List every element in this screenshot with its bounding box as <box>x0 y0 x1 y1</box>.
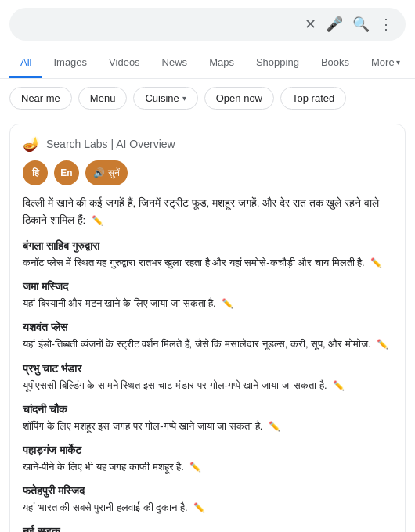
ai-title: Search Labs | AI Overview <box>46 138 175 150</box>
tab-news[interactable]: News <box>151 49 199 78</box>
edit-icon[interactable]: ✏️ <box>269 421 280 432</box>
search-input[interactable]: delhi me khane ki jagah <box>20 18 297 31</box>
clear-button[interactable]: ✕ <box>303 14 318 34</box>
ai-header: 🪔 Search Labs | AI Overview <box>23 135 392 153</box>
voice-search-button[interactable]: 🎤 <box>324 14 345 34</box>
edit-icon[interactable]: ✏️ <box>222 298 233 309</box>
tab-books[interactable]: Books <box>310 49 360 78</box>
language-buttons: हि En 🔊 सुनें <box>23 160 392 185</box>
chip-cuisine[interactable]: Cuisine ▾ <box>133 87 197 110</box>
place-name: नई सड़क <box>23 525 392 532</box>
main-description: दिल्ली में खाने की कई जगहें हैं, जिनमें … <box>23 195 392 228</box>
sound-button[interactable]: 🔊 सुनें <box>85 160 128 185</box>
place-name: यशवंत प्लेस <box>23 321 392 334</box>
place-name: फतेहपुरी मस्जिद <box>23 484 392 498</box>
place-item: जमा मस्जिद यहां बिरयानी और मटन खाने के ल… <box>23 280 392 311</box>
place-desc: खाने-पीने के लिए भी यह जगह काफी मशहूर है… <box>23 459 392 475</box>
edit-icon[interactable]: ✏️ <box>333 380 345 391</box>
search-button[interactable]: ⋮ <box>377 14 395 34</box>
lens-search-button[interactable]: 🔍 <box>351 14 371 34</box>
chevron-down-icon: ▾ <box>396 58 400 66</box>
place-item: पहाड़गंज मार्केट खाने-पीने के लिए भी यह … <box>23 444 392 475</box>
tab-more[interactable]: More ▾ <box>360 49 411 78</box>
place-item: बंगला साहिब गुरुद्वारा कनॉट प्लेस में स्… <box>23 239 392 271</box>
edit-icon[interactable]: ✏️ <box>193 502 205 513</box>
place-name: चांदनी चौक <box>23 403 392 416</box>
ai-overview-section: 🪔 Search Labs | AI Overview हि En 🔊 सुने… <box>9 124 406 532</box>
nav-tabs: All Images Videos News Maps Shopping Boo… <box>0 49 415 79</box>
tab-maps[interactable]: Maps <box>198 49 245 78</box>
place-item: चांदनी चौक शॉपिंग के लिए मशहूर इस जगह पर… <box>23 403 392 434</box>
chip-top-rated[interactable]: Top rated <box>280 87 346 110</box>
tab-images[interactable]: Images <box>42 49 98 78</box>
tab-videos[interactable]: Videos <box>98 49 151 78</box>
place-desc: यहां बिरयानी और मटन खाने के लिए जाया जा … <box>23 296 392 311</box>
edit-icon[interactable]: ✏️ <box>189 462 201 473</box>
edit-icon[interactable]: ✏️ <box>92 215 103 226</box>
chip-near-me[interactable]: Near me <box>9 87 72 110</box>
place-desc: यहां भारत की सबसे पुरानी हलवाई की दुकान … <box>23 500 392 516</box>
edit-icon[interactable]: ✏️ <box>377 339 388 350</box>
place-name: प्रभु चाट भंडार <box>23 362 392 376</box>
place-desc: कनॉट प्लेस में स्थित यह गुरुद्वारा रातभर… <box>23 255 392 271</box>
place-desc: यहां इंडो-तिब्बती व्यंजनों के स्ट्रीट वर… <box>23 336 392 352</box>
ai-icon: 🪔 <box>23 135 40 153</box>
place-item: यशवंत प्लेस यहां इंडो-तिब्बती व्यंजनों क… <box>23 321 392 352</box>
lang-english-button[interactable]: En <box>54 160 79 185</box>
place-name: जमा मस्जिद <box>23 280 392 293</box>
sound-icon: 🔊 <box>93 167 105 178</box>
place-desc: शॉपिंग के लिए मशहूर इस जगह पर गोल-गप्पे … <box>23 419 392 434</box>
tab-all[interactable]: All <box>9 49 42 78</box>
chip-open-now[interactable]: Open now <box>204 87 274 110</box>
chevron-down-icon: ▾ <box>182 94 186 102</box>
place-desc: यूपीएससी बिल्डिंग के सामने स्थित इस चाट … <box>23 378 392 394</box>
tab-shopping[interactable]: Shopping <box>245 49 310 78</box>
sound-label: सुनें <box>108 167 120 178</box>
place-item: नई सड़क पराठे वाली गली के लिए यह जगह मशह… <box>23 525 392 532</box>
place-name: पहाड़गंज मार्केट <box>23 444 392 457</box>
filter-chips: Near me Menu Cuisine ▾ Open now Top rate… <box>0 79 415 117</box>
place-item: प्रभु चाट भंडार यूपीएससी बिल्डिंग के साम… <box>23 362 392 394</box>
place-item: फतेहपुरी मस्जिद यहां भारत की सबसे पुरानी… <box>23 484 392 516</box>
edit-icon[interactable]: ✏️ <box>370 257 382 268</box>
lang-hindi-button[interactable]: हि <box>23 160 48 185</box>
chip-menu[interactable]: Menu <box>78 87 128 110</box>
place-name: बंगला साहिब गुरुद्वारा <box>23 239 392 253</box>
search-bar: delhi me khane ki jagah ✕ 🎤 🔍 ⋮ <box>9 8 406 41</box>
